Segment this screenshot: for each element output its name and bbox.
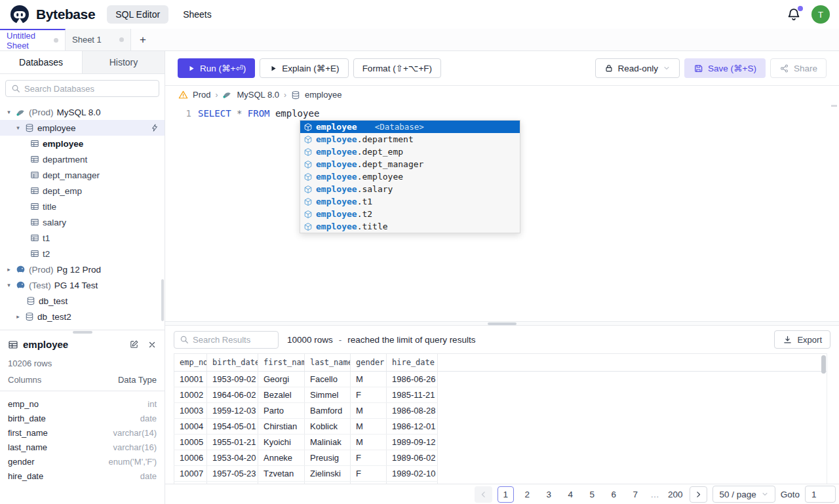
tab-databases[interactable]: Databases (0, 51, 83, 73)
cell: Kyoichi (258, 435, 305, 450)
suggestion-item[interactable]: employee.t1 (300, 195, 520, 208)
avatar[interactable]: T (811, 5, 830, 24)
edit-icon[interactable] (129, 339, 139, 349)
result-status: 10000 rows - reached the limit of query … (287, 335, 475, 345)
table-row[interactable]: 100041954-05-01ChirstianKoblickM1986-12-… (174, 419, 438, 435)
grid-scrollbar[interactable] (821, 355, 826, 374)
breadcrumb-database[interactable]: employee (305, 90, 341, 100)
page-size-select[interactable]: 50 / page (712, 486, 775, 503)
database-search-box[interactable] (5, 80, 159, 97)
connect-bolt-icon[interactable] (150, 123, 159, 132)
chevron-right-icon[interactable]: ▸ (14, 313, 22, 320)
save-button[interactable]: Save (⌘+S) (684, 58, 766, 78)
results-search-box[interactable] (174, 331, 279, 349)
tree-db-employee[interactable]: ▾ employee (0, 120, 165, 136)
table-row[interactable]: 100051955-01-21KyoichiMaliniakM1989-09-1… (174, 435, 438, 450)
suggestion-item-selected[interactable]: employee <Database> (300, 121, 520, 133)
readonly-mode-dropdown[interactable]: Read-only (595, 58, 680, 78)
table-row[interactable]: 100061953-04-20AnnekePreusigF1989-06-02 (174, 450, 438, 466)
chevron-down-icon[interactable]: ▾ (5, 282, 12, 288)
suggestion-item[interactable]: employee.dept_manager (300, 158, 520, 170)
tree-table-title[interactable]: title (0, 199, 165, 214)
tree-table-dept-emp[interactable]: dept_emp (0, 183, 165, 199)
page-5[interactable]: 5 (584, 486, 600, 503)
suggestion-item[interactable]: employee.title (300, 220, 520, 233)
tree-db-db-test2[interactable]: ▸ db_test2 (0, 309, 165, 324)
tree-table-t2[interactable]: t2 (0, 246, 165, 262)
cell: Bamford (305, 403, 351, 418)
breadcrumb-instance[interactable]: MySQL 8.0 (237, 90, 279, 100)
page-4[interactable]: 4 (562, 486, 579, 503)
suggestion-match: employee (316, 222, 357, 231)
search-results-input[interactable] (193, 335, 273, 345)
nav-sql-editor[interactable]: SQL Editor (107, 5, 168, 24)
format-button[interactable]: Format (⇧+⌥+F) (353, 58, 441, 78)
panel-drag-handle[interactable] (73, 331, 92, 334)
column-type: enum('M','F') (109, 457, 157, 467)
page-1[interactable]: 1 (498, 486, 514, 503)
export-button[interactable]: Export (774, 330, 830, 349)
table-row[interactable]: 100081958-02-19SaniyaKalloufiM1994-09-15 (174, 482, 438, 484)
divider-drag-handle[interactable] (488, 322, 517, 325)
notification-bell-icon[interactable] (787, 7, 801, 22)
table-name: dept_manager (43, 170, 100, 180)
mysql-icon (222, 90, 232, 100)
add-sheet-button[interactable]: + (131, 29, 155, 50)
tree-instance-mysql[interactable]: ▾ (Prod) MySQL 8.0 (0, 104, 165, 120)
table-row[interactable]: 100011953-09-02GeorgiFacelloM1986-06-26 (174, 372, 438, 387)
tree-table-salary[interactable]: salary (0, 214, 165, 230)
suggestion-item[interactable]: employee.t2 (300, 208, 520, 220)
page-6[interactable]: 6 (606, 486, 622, 503)
page-2[interactable]: 2 (519, 486, 536, 503)
pagination-ellipsis[interactable]: … (649, 490, 661, 499)
table-row[interactable]: 100071957-05-23TzvetanZielinskiF1989-02-… (174, 466, 438, 482)
tab-untitled-sheet[interactable]: Untitled Sheet (0, 29, 66, 50)
close-icon[interactable] (147, 340, 157, 349)
share-button[interactable]: Share (770, 58, 827, 78)
table-row[interactable]: 100021964-06-02BezalelSimmelF1985-11-21 (174, 387, 438, 403)
play-icon (269, 64, 277, 73)
sql-editor[interactable]: 1 SELECT*FROMemployee employee <Database… (165, 104, 839, 321)
column-name: emp_no (8, 399, 39, 409)
suggestion-item[interactable]: employee.department (300, 133, 520, 145)
tab-history[interactable]: History (83, 51, 165, 73)
next-page-button[interactable] (690, 486, 707, 503)
goto-page-input[interactable] (805, 486, 836, 503)
suggestion-item[interactable]: employee.employee (300, 170, 520, 183)
column-header: emp_no (174, 354, 207, 371)
suggestion-item[interactable]: employee.salary (300, 183, 520, 195)
cell: 1953-09-02 (207, 372, 258, 387)
nav-sheets[interactable]: Sheets (180, 5, 214, 24)
tree-table-t1[interactable]: t1 (0, 230, 165, 246)
bytebase-logo[interactable]: Bytebase (9, 4, 95, 25)
tree-instance-pg14[interactable]: ▾ (Test) PG 14 Test (0, 277, 165, 293)
run-button[interactable]: Run (⌘+⏎) (178, 58, 255, 78)
instance-env: (Prod) (29, 107, 54, 117)
page-7[interactable]: 7 (627, 486, 644, 503)
tab-sheet-1[interactable]: Sheet 1 (66, 29, 131, 50)
explain-button[interactable]: Explain (⌘+E) (260, 58, 348, 78)
page-3[interactable]: 3 (541, 486, 557, 503)
postgres-icon (16, 265, 26, 275)
instance-name: PG 14 Test (54, 281, 98, 290)
results-panel: 10000 rows - reached the limit of query … (165, 326, 839, 504)
tree-instance-pg12[interactable]: ▸ (Prod) Pg 12 Prod (0, 262, 165, 277)
database-icon (26, 296, 35, 305)
suggestion-item[interactable]: employee.dept_emp (300, 145, 520, 158)
tree-table-dept-manager[interactable]: dept_manager (0, 167, 165, 183)
tree-table-department[interactable]: department (0, 151, 165, 167)
table-row[interactable]: 100031959-12-03PartoBamfordM1986-08-28 (174, 403, 438, 419)
tree-db-db-test[interactable]: db_test (0, 293, 165, 309)
table-suggestion-icon (303, 197, 313, 206)
tree-table-employee[interactable]: employee (0, 136, 165, 151)
chevron-down-icon[interactable]: ▾ (5, 109, 12, 115)
panel-resize-divider[interactable] (165, 321, 839, 326)
sidebar-scrollbar[interactable] (161, 279, 164, 321)
chevron-down-icon[interactable]: ▾ (14, 125, 22, 131)
search-databases-input[interactable] (24, 84, 153, 94)
chevron-right-icon[interactable]: ▸ (5, 266, 12, 273)
table-icon (30, 186, 39, 195)
prev-page-button[interactable] (475, 486, 492, 503)
page-200[interactable]: 200 (666, 486, 685, 503)
breadcrumb-env[interactable]: Prod (193, 90, 210, 100)
